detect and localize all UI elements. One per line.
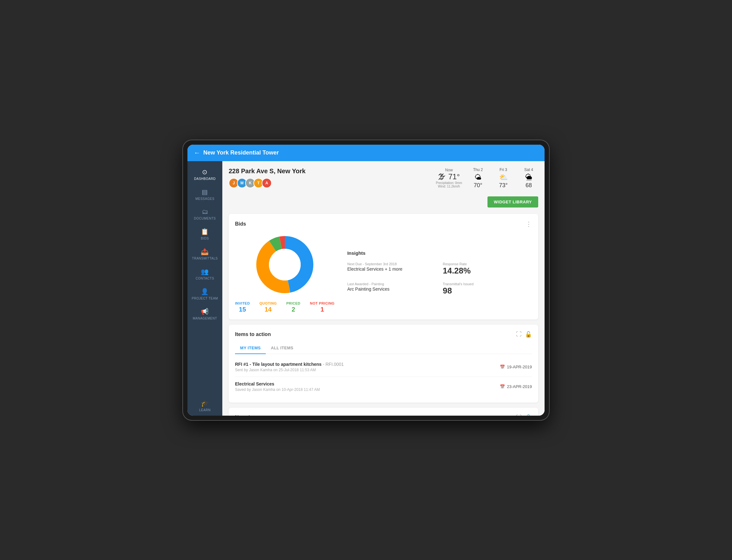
action-item-meta: Sent by Jason Kamha on 25-Jul-2018 11:53… [235, 368, 344, 372]
action-item-rfi: RFI #1 - Tile layout to apartment kitche… [235, 357, 532, 377]
weather-sat: Sat 4 🌦 68 [519, 168, 538, 189]
sidebar-item-learn[interactable]: 🎓 LEARN [188, 396, 222, 416]
sidebar-item-documents[interactable]: 🗂 DOCUMENTS [188, 204, 222, 224]
sidebar-label-management: MANAGEMENT [193, 317, 217, 320]
bids-chart-section: INVITED 15 QUOTING 14 PRICED 2 [235, 233, 335, 313]
action-item-date: 📅 19-APR-2019 [500, 365, 532, 369]
tab-bar: MY ITEMS ALL ITEMS [235, 343, 532, 354]
action-item-title: RFI #1 - Tile layout to apartment kitche… [235, 362, 344, 367]
insight-response-rate: Response Rate 14.28% [443, 262, 532, 276]
weather-sat-icon: 🌦 [525, 173, 532, 181]
weather-section: Now 🌫 71° Precipitation: 0mm Wind: 11.2k… [436, 168, 538, 189]
expand-icon[interactable]: ⛶ [516, 331, 522, 338]
new-documents-title: New documents [235, 415, 274, 416]
insight-last-awarded: Last Awarded - Painting Arc Painting Ser… [347, 282, 436, 296]
legend-quoting: QUOTING 14 [260, 301, 277, 313]
contacts-icon: 👥 [201, 268, 209, 275]
tab-my-items[interactable]: MY ITEMS [235, 343, 266, 354]
sidebar-label-transmittals: TRANSMITTALS [192, 257, 218, 260]
insights-title: Insights [347, 250, 532, 256]
weather-wind: Wind: 11.2km/h [438, 185, 460, 188]
calendar-icon-2: 📅 [500, 384, 505, 389]
expand-icon-docs[interactable]: ⛶ [516, 414, 522, 416]
new-docs-actions: ⛶ 🔓 [516, 414, 532, 416]
lock-icon-docs[interactable]: 🔓 [525, 414, 532, 416]
items-to-action-title: Items to action [235, 332, 271, 337]
new-documents-card: New documents ⛶ 🔓 [229, 408, 538, 416]
sidebar-label-dashboard: DASHBOARD [194, 177, 216, 181]
sidebar-item-transmittals[interactable]: 📤 TRANSMITTALS [188, 244, 222, 264]
sidebar-item-management[interactable]: 📢 MANAGEMENT [188, 304, 222, 324]
bids-donut-chart [253, 233, 317, 296]
sidebar-item-messages[interactable]: ▤ MESSAGES [188, 184, 222, 204]
sidebar-label-learn: LEARN [199, 408, 211, 412]
sidebar: ⊙ DASHBOARD ▤ MESSAGES 🗂 DOCUMENTS 📋 BID… [188, 161, 222, 416]
action-item-meta-2: Saved by Jason Kamha on 10-Apr-2018 11:4… [235, 387, 320, 392]
bids-title: Bids [235, 221, 246, 227]
messages-icon: ▤ [202, 188, 208, 196]
insights-grid: Next Due - September 3rd 2018 Electrical… [347, 262, 532, 296]
items-to-action-header: Items to action ⛶ 🔓 [235, 331, 532, 338]
main-content: 228 Park Ave S, New York J M K T A Now [222, 161, 544, 416]
card-actions: ⛶ 🔓 [516, 331, 532, 338]
items-to-action-card: Items to action ⛶ 🔓 MY ITEMS ALL ITEMS [229, 325, 538, 403]
documents-icon: 🗂 [202, 208, 208, 215]
svg-point-4 [269, 249, 301, 280]
action-item-info: RFI #1 - Tile layout to apartment kitche… [235, 362, 344, 372]
project-header: 228 Park Ave S, New York J M K T A Now [229, 168, 538, 208]
weather-now-icon: 🌫 [438, 172, 445, 181]
weather-fri: Fri 3 ⛅ 73° [494, 168, 513, 189]
bids-content: INVITED 15 QUOTING 14 PRICED 2 [235, 233, 532, 313]
bids-icon: 📋 [201, 228, 209, 235]
bids-card-header: Bids ⋮ [235, 220, 532, 228]
calendar-icon: 📅 [500, 365, 505, 369]
project-address: 228 Park Ave S, New York [229, 168, 306, 175]
legend-invited: INVITED 15 [235, 301, 250, 313]
weather-fri-icon: ⛅ [499, 173, 508, 181]
legend-not-pricing: NOT PRICING 1 [310, 301, 335, 313]
weather-thu-icon: 🌤 [474, 173, 481, 181]
new-documents-header: New documents ⛶ 🔓 [235, 414, 532, 416]
bids-menu-icon[interactable]: ⋮ [525, 220, 532, 228]
sidebar-label-messages: MESSAGES [195, 197, 214, 201]
weather-now-label: Now [445, 168, 453, 172]
transmittals-icon: 📤 [201, 248, 209, 255]
sidebar-item-project-team[interactable]: 👤 PROJECT TEAM [188, 284, 222, 304]
project-team-icon: 👤 [201, 288, 209, 295]
sidebar-label-contacts: CONTACTS [196, 277, 214, 280]
weather-precip: Precipitation: 0mm [436, 181, 462, 185]
top-bar: ← New York Residential Tower [188, 145, 544, 161]
sidebar-item-dashboard[interactable]: ⊙ DASHBOARD [188, 164, 222, 184]
weather-now-temp: 71° [448, 172, 459, 181]
sidebar-item-contacts[interactable]: 👥 CONTACTS [188, 264, 222, 284]
sidebar-item-bids[interactable]: 📋 BIDS [188, 224, 222, 244]
action-item-title-2: Electrical Services [235, 381, 320, 386]
action-item-electrical: Electrical Services Saved by Jason Kamha… [235, 377, 532, 396]
avatar-group: J M K T A [229, 178, 306, 188]
bids-card: Bids ⋮ [229, 214, 538, 320]
insight-next-due: Next Due - September 3rd 2018 Electrical… [347, 262, 436, 276]
back-button[interactable]: ← [194, 149, 200, 156]
weather-thu: Thu 2 🌤 70° [468, 168, 487, 189]
avatar-5[interactable]: A [262, 178, 272, 188]
widget-library-button[interactable]: WIDGET LIBRARY [487, 196, 538, 208]
action-item-info-2: Electrical Services Saved by Jason Kamha… [235, 381, 320, 392]
learn-icon: 🎓 [201, 399, 209, 407]
insight-transmittals-issued: Transmittal's Issued 98 [443, 282, 532, 296]
action-item-date-2: 📅 23-APR-2019 [500, 384, 532, 389]
dashboard-icon: ⊙ [202, 168, 208, 176]
action-items-list: RFI #1 - Tile layout to apartment kitche… [235, 357, 532, 396]
tab-all-items[interactable]: ALL ITEMS [266, 343, 299, 354]
insights-panel: Insights Next Due - September 3rd 2018 E… [335, 250, 532, 296]
bids-legend: INVITED 15 QUOTING 14 PRICED 2 [235, 301, 335, 313]
sidebar-label-documents: DOCUMENTS [194, 217, 216, 220]
legend-priced: PRICED 2 [287, 301, 301, 313]
sidebar-label-bids: BIDS [201, 237, 209, 240]
sidebar-label-project-team: PROJECT TEAM [192, 297, 218, 300]
management-icon: 📢 [201, 308, 209, 315]
weather-now: Now 🌫 71° Precipitation: 0mm Wind: 11.2k… [436, 168, 462, 188]
lock-icon[interactable]: 🔓 [525, 331, 532, 338]
page-title: New York Residential Tower [203, 149, 279, 156]
project-info: 228 Park Ave S, New York J M K T A [229, 168, 306, 188]
